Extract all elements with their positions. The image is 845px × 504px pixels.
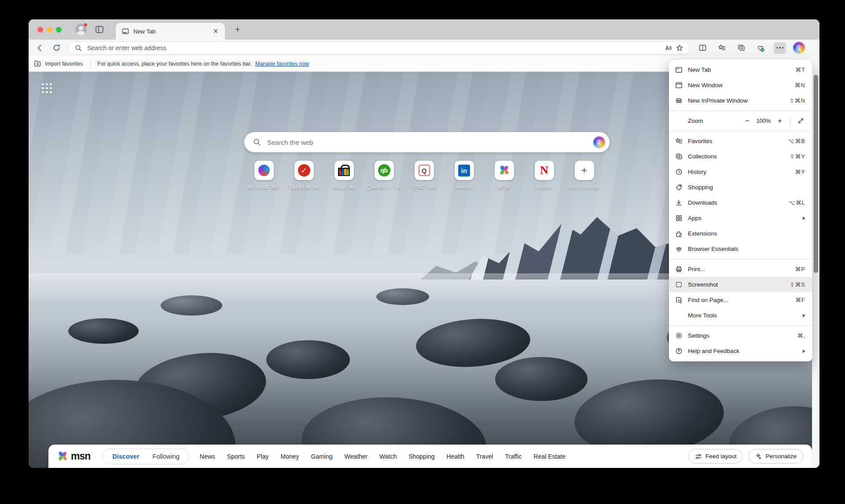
close-window-button[interactable]	[37, 27, 43, 33]
nav-link-money[interactable]: Money	[281, 453, 299, 460]
address-input[interactable]	[86, 44, 662, 52]
shortcut-msn[interactable]: MSN	[495, 161, 514, 190]
nav-link-real-estate[interactable]: Real Estate	[534, 453, 566, 460]
tab-icon	[122, 28, 129, 35]
nav-link-shopping[interactable]: Shopping	[408, 453, 434, 460]
favorite-star-icon[interactable]	[674, 42, 685, 54]
history-icon	[675, 168, 683, 176]
menu-item-new-inprivate-window[interactable]: New InPrivate Window⇧⌘N	[669, 93, 812, 108]
import-favorites-icon	[34, 60, 41, 67]
nav-link-watch[interactable]: Watch	[379, 453, 397, 460]
add-shortcut-button[interactable]: + Add shortcut	[575, 161, 594, 190]
nav-link-news[interactable]: News	[200, 453, 215, 460]
back-icon[interactable]	[33, 42, 46, 54]
toolbar-icons	[696, 42, 805, 54]
menu-item-print[interactable]: Print...⌘P	[669, 261, 812, 277]
menu-item-history[interactable]: History⌘Y	[669, 164, 812, 180]
shortcut-linkedin[interactable]: in LinkedIn	[455, 161, 474, 190]
feed-mode-switch: Discover Following	[103, 449, 189, 464]
settings-and-more-icon[interactable]	[774, 42, 786, 54]
nav-link-traffic[interactable]: Traffic	[505, 453, 522, 460]
menu-item-collections[interactable]: Collections⇧⌘Y	[669, 149, 812, 164]
menu-item-extensions[interactable]: Extensions	[669, 226, 812, 241]
web-search-input[interactable]	[266, 138, 593, 147]
menu-separator	[669, 325, 812, 326]
tab-discover[interactable]: Discover	[106, 453, 146, 460]
menu-item-more-tools[interactable]: More Tools	[669, 308, 812, 323]
wallpaper-rock	[495, 357, 588, 401]
shortcut-ebay[interactable]: eBay· Ad	[334, 161, 354, 190]
vertical-scrollbar[interactable]	[812, 72, 819, 468]
tab-close-icon[interactable]: ✕	[211, 26, 220, 36]
menu-separator	[669, 110, 812, 111]
read-aloud-icon[interactable]	[662, 42, 674, 54]
personalize-button[interactable]: Personalize	[748, 449, 803, 464]
nav-link-travel[interactable]: Travel	[476, 453, 493, 460]
menu-item-apps[interactable]: Apps	[669, 210, 812, 226]
linkedin-icon: in	[458, 165, 470, 177]
collections-icon[interactable]	[735, 42, 747, 54]
menu-item-new-window[interactable]: New Window⌘N	[669, 77, 812, 93]
copilot-icon[interactable]	[593, 136, 605, 148]
shortcut-quickbooks[interactable]: qb QuickBo...· Ad	[375, 161, 394, 190]
fullscreen-icon[interactable]	[795, 115, 806, 127]
menu-item-zoom: Zoom − 100% +	[669, 113, 812, 129]
favorites-icon[interactable]	[716, 42, 728, 54]
profile-avatar[interactable]	[75, 24, 87, 35]
feed-layout-button[interactable]: Feed layout	[688, 449, 743, 464]
reload-icon[interactable]	[50, 42, 63, 54]
copilot-icon[interactable]	[793, 42, 805, 54]
menu-item-browser-essentials[interactable]: Browser Essentials	[669, 241, 812, 257]
tab-bar: New Tab ✕ +	[29, 19, 819, 40]
quickbooks-icon: qb	[378, 164, 390, 177]
msn-nav-links: News Sports Play Money Gaming Weather Wa…	[200, 453, 566, 460]
wallpaper-rock	[376, 288, 429, 305]
zoom-in-button[interactable]: +	[774, 115, 786, 127]
new-tab-icon	[675, 66, 683, 74]
web-search-box[interactable]	[244, 132, 610, 152]
menu-item-new-tab[interactable]: New Tab⌘T	[669, 62, 812, 77]
new-window-icon	[675, 81, 683, 89]
nav-link-play[interactable]: Play	[257, 453, 268, 460]
import-favorites-button[interactable]: Import favorites	[34, 60, 83, 67]
print-icon	[675, 265, 683, 273]
menu-item-settings[interactable]: Settings⌘,	[669, 328, 812, 343]
tab-new-tab[interactable]: New Tab ✕	[116, 23, 225, 40]
zoom-divider	[790, 116, 790, 126]
inprivate-icon	[675, 97, 683, 104]
menu-item-screenshot[interactable]: Screenshot⇧⌘S	[669, 277, 812, 292]
window-controls	[37, 27, 62, 33]
nav-link-health[interactable]: Health	[447, 453, 464, 460]
menu-item-find-on-page[interactable]: Find on Page...⌘F	[669, 292, 812, 308]
menu-item-favorites[interactable]: Favorites⌥⌘B	[669, 133, 812, 149]
more-tools-icon	[675, 312, 683, 319]
settings-and-more-menu: New Tab⌘T New Window⌘N New InPrivate Win…	[669, 59, 812, 361]
shortcut-qvc[interactable]: Q QVC· Ad	[415, 161, 434, 190]
downloads-icon	[675, 199, 683, 206]
nav-link-gaming[interactable]: Gaming	[311, 453, 333, 460]
shortcut-microsoft-365[interactable]: Microsoft 365	[254, 161, 274, 190]
msn-logo[interactable]: msn	[57, 450, 90, 462]
browser-essentials-icon[interactable]	[754, 42, 767, 54]
workspaces-icon[interactable]	[95, 25, 104, 34]
nav-link-weather[interactable]: Weather	[345, 453, 368, 460]
shortcut-turbotax[interactable]: ✓ TurboTax· Ad	[294, 161, 314, 190]
submenu-arrow-icon	[803, 314, 805, 317]
zoom-window-button[interactable]	[56, 27, 62, 33]
zoom-out-button[interactable]: −	[742, 115, 753, 127]
manage-favorites-link[interactable]: Manage favorites now	[255, 61, 309, 67]
submenu-arrow-icon	[803, 349, 805, 353]
nav-link-sports[interactable]: Sports	[227, 453, 245, 460]
minimize-window-button[interactable]	[47, 27, 52, 33]
tab-following[interactable]: Following	[146, 453, 186, 460]
shortcut-netflix[interactable]: N Netflix	[535, 161, 554, 190]
scrollbar-thumb[interactable]	[814, 75, 818, 273]
msn-butterfly-icon	[57, 451, 68, 462]
split-screen-icon[interactable]	[696, 42, 709, 54]
app-launcher-icon[interactable]	[42, 83, 52, 93]
menu-item-help-and-feedback[interactable]: Help and Feedback	[669, 343, 812, 359]
address-bar[interactable]	[68, 41, 690, 55]
new-tab-button[interactable]: +	[232, 24, 243, 35]
menu-item-shopping[interactable]: Shopping	[669, 180, 812, 195]
menu-item-downloads[interactable]: Downloads⌥⌘L	[669, 195, 812, 210]
